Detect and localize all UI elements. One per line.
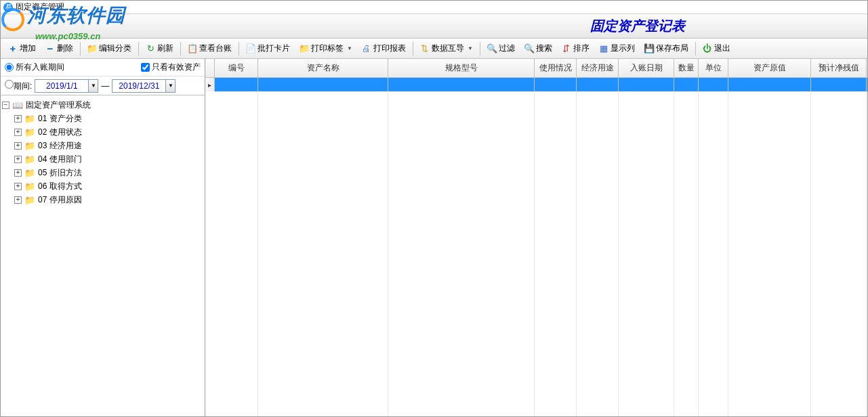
print-report-button[interactable]: 🖨打印报表 xyxy=(357,40,411,57)
print-label-button[interactable]: 📁打印标签▼ xyxy=(295,40,357,57)
tree-item[interactable]: +📁03 经济用途 xyxy=(14,139,203,152)
grid-header: 编号资产名称规格型号使用情况经济用途入账日期数量单位资产原值预计净残值 xyxy=(205,59,867,78)
sort-button[interactable]: ⇵排序 xyxy=(557,40,594,57)
show-columns-button[interactable]: ▦显示列 xyxy=(594,40,640,57)
tree-item[interactable]: +📁06 取得方式 xyxy=(14,179,203,193)
save-label: 保存布局 xyxy=(656,43,688,54)
folder-icon: 📁 xyxy=(24,195,35,205)
view-ledger-button[interactable]: 📋查看台账 xyxy=(183,40,236,57)
column-header[interactable]: 预计净残值 xyxy=(811,59,867,77)
grid-cell[interactable] xyxy=(728,78,811,91)
expand-icon[interactable]: + xyxy=(14,142,22,150)
column-header[interactable]: 使用情况 xyxy=(535,59,577,77)
filter-button[interactable]: 🔍过滤 xyxy=(482,40,520,57)
expand-icon[interactable]: + xyxy=(14,183,22,190)
grid-cell[interactable] xyxy=(258,78,388,91)
delete-button[interactable]: −删除 xyxy=(41,40,78,57)
column-header[interactable]: 资产名称 xyxy=(258,59,388,77)
column-header[interactable]: 入账日期 xyxy=(619,59,674,77)
date-to-dropdown[interactable]: ▼ xyxy=(166,79,175,93)
expand-icon[interactable]: + xyxy=(14,156,22,163)
grid-cell[interactable] xyxy=(619,78,674,91)
folder-icon: 📁 xyxy=(24,154,35,164)
date-from-dropdown[interactable]: ▼ xyxy=(89,79,98,93)
save-layout-button[interactable]: 💾保存布局 xyxy=(640,40,693,57)
filter-icon: 🔍 xyxy=(487,44,497,53)
tree-item-label: 02 使用状态 xyxy=(38,127,82,138)
sidebar: 所有入账期间 只看有效资产 期间: ▼ — ▼ − 📖 xyxy=(1,59,205,416)
tree-item[interactable]: +📁01 资产分类 xyxy=(14,112,203,125)
refresh-icon: ↻ xyxy=(146,44,155,53)
tree: − 📖 固定资产管理系统 +📁01 资产分类+📁02 使用状态+📁03 经济用途… xyxy=(1,95,205,416)
grid-row[interactable]: ▸ xyxy=(205,78,867,91)
grid-cell[interactable] xyxy=(535,78,577,91)
add-button[interactable]: +增加 xyxy=(3,40,41,57)
cols-label: 显示列 xyxy=(611,43,635,54)
tree-item[interactable]: +📁05 折旧方法 xyxy=(14,166,203,179)
plabel-label: 打印标签 xyxy=(311,43,344,54)
expand-icon[interactable]: + xyxy=(14,129,22,136)
refresh-button[interactable]: ↻刷新 xyxy=(141,40,178,57)
data-io-button[interactable]: ⇅数据互导▼ xyxy=(415,40,478,57)
column-header[interactable]: 经济用途 xyxy=(577,59,619,77)
date-to-input[interactable] xyxy=(112,79,166,93)
expand-icon[interactable]: + xyxy=(14,196,22,204)
tree-item[interactable]: +📁02 使用状态 xyxy=(14,125,203,139)
period-radio[interactable]: 期间: xyxy=(5,80,32,92)
grid-cell[interactable] xyxy=(577,78,619,91)
refresh-label: 刷新 xyxy=(157,43,173,54)
date-separator: — xyxy=(101,81,109,91)
tree-item-label: 01 资产分类 xyxy=(38,113,82,125)
grid-body[interactable]: ▸ xyxy=(205,78,867,416)
folder-icon: 📁 xyxy=(299,44,309,53)
edit-category-button[interactable]: 📁编辑分类 xyxy=(83,40,136,57)
expand-icon[interactable]: + xyxy=(14,115,22,123)
delete-label: 删除 xyxy=(57,43,73,54)
grid-cell[interactable] xyxy=(811,78,867,91)
folder-icon: 📁 xyxy=(24,141,35,151)
tree-item-label: 05 折旧方法 xyxy=(38,167,82,179)
grid-cell[interactable] xyxy=(388,78,535,91)
page-title: 固定资产登记表 xyxy=(1,17,867,35)
all-periods-radio[interactable]: 所有入账期间 xyxy=(5,62,64,73)
date-row: 期间: ▼ — ▼ xyxy=(1,76,205,95)
tree-root[interactable]: − 📖 固定资产管理系统 xyxy=(2,98,203,112)
column-header[interactable]: 数量 xyxy=(674,59,699,77)
row-indicator-icon: ▸ xyxy=(205,78,215,91)
batch-label: 批打卡片 xyxy=(257,43,290,54)
column-header[interactable]: 资产原值 xyxy=(728,59,811,77)
app-icon: 易 xyxy=(3,3,13,12)
sort-label: 排序 xyxy=(573,43,590,54)
search-icon: 🔍 xyxy=(524,44,534,53)
grid-cell[interactable] xyxy=(699,78,728,91)
toolbar: +增加 −删除 📁编辑分类 ↻刷新 📋查看台账 📄批打卡片 📁打印标签▼ 🖨打印… xyxy=(1,39,867,59)
tree-item[interactable]: +📁07 停用原因 xyxy=(14,193,203,206)
folder-edit-icon: 📁 xyxy=(87,44,97,53)
grid-cell[interactable] xyxy=(215,78,258,91)
ledger-label: 查看台账 xyxy=(199,43,232,54)
tree-item-label: 04 使用部门 xyxy=(38,154,82,165)
collapse-icon[interactable]: − xyxy=(2,102,9,109)
tree-item-label: 03 经济用途 xyxy=(38,140,82,152)
tree-item[interactable]: +📁04 使用部门 xyxy=(14,152,203,166)
tree-root-label: 固定资产管理系统 xyxy=(26,100,91,111)
grid-corner xyxy=(205,59,215,77)
column-header[interactable]: 单位 xyxy=(699,59,728,77)
date-from-input[interactable] xyxy=(35,79,89,93)
search-button[interactable]: 🔍搜索 xyxy=(520,40,557,57)
expand-icon[interactable]: + xyxy=(14,169,22,177)
column-header[interactable]: 编号 xyxy=(215,59,258,77)
period-label: 期间: xyxy=(14,81,32,91)
data-icon: ⇅ xyxy=(420,44,430,53)
edit-cat-label: 编辑分类 xyxy=(99,43,131,54)
exit-icon: ⏻ xyxy=(703,44,712,53)
folder-icon: 📁 xyxy=(24,181,35,192)
dataio-label: 数据互导 xyxy=(432,43,464,54)
sort-icon: ⇵ xyxy=(562,44,571,53)
exit-button[interactable]: ⏻退出 xyxy=(698,40,735,57)
column-header[interactable]: 规格型号 xyxy=(388,59,535,77)
grid-cell[interactable] xyxy=(674,78,699,91)
batch-card-button[interactable]: 📄批打卡片 xyxy=(241,40,295,57)
valid-only-checkbox[interactable]: 只看有效资产 xyxy=(141,62,201,73)
valid-only-label: 只看有效资产 xyxy=(152,62,201,73)
